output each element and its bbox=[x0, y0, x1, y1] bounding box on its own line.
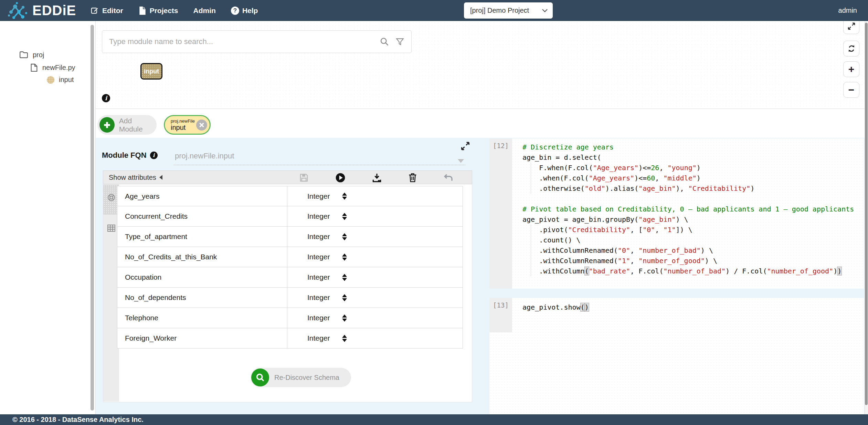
nav-item-label: Admin bbox=[193, 7, 216, 15]
delete-icon[interactable] bbox=[407, 172, 419, 184]
cell-prompt: [13] bbox=[491, 301, 511, 309]
attribute-row: No_of_dependentsInteger bbox=[117, 288, 463, 308]
attribute-type-value: Integer bbox=[307, 314, 330, 322]
attribute-name: No_of_dependents bbox=[117, 288, 287, 308]
nav-item-editor[interactable]: Editor bbox=[90, 6, 123, 15]
attribute-name: Foreign_Worker bbox=[117, 328, 287, 348]
fit-view-button[interactable] bbox=[843, 21, 859, 34]
canvas-info-icon[interactable]: i bbox=[102, 94, 110, 102]
attribute-type-select[interactable]: Integer bbox=[287, 328, 463, 348]
fqn-info-icon[interactable]: i bbox=[150, 152, 158, 159]
pencil-square-icon bbox=[90, 6, 99, 15]
nav-item-label: Projects bbox=[150, 7, 178, 15]
project-selector-value: [proj] Demo Project bbox=[470, 7, 529, 14]
select-arrows-icon bbox=[342, 294, 347, 301]
attribute-type-select[interactable]: Integer bbox=[287, 308, 463, 328]
download-icon[interactable] bbox=[371, 172, 383, 184]
module-tab-input[interactable]: proj.newFile input bbox=[164, 115, 211, 135]
nav-item-help[interactable]: ? Help bbox=[231, 7, 258, 15]
nav-item-label: Editor bbox=[102, 7, 123, 15]
plus-circle-icon bbox=[99, 117, 115, 133]
file-icon bbox=[30, 63, 38, 72]
brand-title: EDDiE bbox=[32, 3, 76, 18]
code-cell-13[interactable]: [13] age_pivot.show() +-------+---------… bbox=[489, 298, 864, 414]
rediscover-schema-label: Re-Discover Schema bbox=[274, 374, 339, 382]
sidebar-scrollbar[interactable] bbox=[91, 25, 94, 411]
file-icon bbox=[138, 6, 147, 15]
lifebuoy-icon[interactable] bbox=[107, 193, 116, 202]
tree-item-label: proj bbox=[33, 51, 44, 59]
table-grid-icon[interactable] bbox=[107, 224, 116, 232]
attribute-type-select[interactable]: Integer bbox=[287, 206, 463, 226]
attribute-name: No_of_Credits_at_this_Bank bbox=[117, 247, 287, 267]
navbar: EDDiE Editor Projects Admin ? Help bbox=[0, 0, 868, 21]
zoom-out-button[interactable]: − bbox=[843, 82, 859, 98]
rediscover-schema-button[interactable]: Re-Discover Schema bbox=[251, 368, 351, 387]
nav-item-admin[interactable]: Admin bbox=[193, 7, 216, 15]
sidebar-file-tree: proj newFile.py input bbox=[0, 21, 95, 414]
search-icon[interactable] bbox=[380, 37, 389, 46]
code-cell-12[interactable]: [12] # Discretize age yearsage_bin = d.s… bbox=[489, 138, 864, 289]
module-fqn-label: Module FQN i bbox=[102, 151, 158, 160]
attribute-type-select[interactable]: Integer bbox=[287, 288, 463, 308]
add-module-button[interactable]: Add Module bbox=[97, 115, 157, 135]
select-arrows-icon bbox=[342, 253, 347, 261]
refresh-button[interactable] bbox=[843, 41, 859, 56]
graph-node-input[interactable]: input bbox=[140, 63, 162, 80]
chevron-down-icon bbox=[542, 9, 548, 13]
attribute-row: OccupationInteger bbox=[117, 267, 463, 288]
attribute-row: No_of_Credits_at_this_BankInteger bbox=[117, 247, 463, 267]
nav-item-projects[interactable]: Projects bbox=[138, 6, 178, 15]
module-dot-icon bbox=[47, 76, 54, 84]
folder-icon bbox=[19, 51, 28, 59]
discover-search-icon bbox=[251, 369, 269, 386]
attributes-card: Age_yearsIntegerConcurrent_CreditsIntege… bbox=[103, 184, 472, 402]
app-root: EDDiE Editor Projects Admin ? Help bbox=[0, 0, 868, 425]
add-module-label: Add Module bbox=[119, 117, 157, 133]
attribute-type-value: Integer bbox=[307, 232, 330, 241]
attributes-toolbar: Show attributes bbox=[103, 170, 472, 184]
tree-item-newfile[interactable]: newFile.py bbox=[30, 63, 75, 72]
attribute-row: Type_of_apartmentInteger bbox=[117, 227, 463, 247]
attribute-name: Type_of_apartment bbox=[117, 227, 287, 247]
select-arrows-icon bbox=[342, 274, 347, 281]
attribute-type-value: Integer bbox=[307, 253, 330, 261]
save-icon[interactable] bbox=[298, 172, 310, 184]
attribute-type-select[interactable]: Integer bbox=[287, 227, 463, 247]
user-label[interactable]: admin bbox=[838, 0, 857, 21]
attribute-type-value: Integer bbox=[307, 293, 330, 302]
expand-panel-icon[interactable] bbox=[461, 141, 470, 151]
attribute-type-select[interactable]: Integer bbox=[287, 267, 463, 287]
code-editor[interactable]: age_pivot.show() bbox=[522, 302, 589, 312]
attribute-type-select[interactable]: Integer bbox=[287, 247, 463, 267]
attribute-name: Age_years bbox=[117, 186, 287, 206]
undo-icon[interactable] bbox=[443, 172, 454, 184]
tree-item-label: newFile.py bbox=[42, 64, 75, 72]
close-icon[interactable] bbox=[196, 120, 207, 131]
filter-funnel-icon[interactable] bbox=[395, 37, 404, 46]
run-icon[interactable] bbox=[335, 172, 346, 184]
tree-item-input[interactable]: input bbox=[47, 76, 74, 84]
zoom-in-button[interactable]: + bbox=[843, 61, 859, 77]
module-search-input[interactable] bbox=[102, 37, 380, 46]
code-editor[interactable]: # Discretize age yearsage_bin = d.select… bbox=[522, 142, 854, 276]
cell-gutter: [12] bbox=[489, 138, 512, 289]
module-canvas[interactable]: input i + − bbox=[96, 21, 865, 108]
brand[interactable]: EDDiE bbox=[8, 0, 76, 21]
attribute-name: Occupation bbox=[117, 267, 287, 287]
fqn-caret-icon[interactable] bbox=[458, 159, 464, 163]
project-selector[interactable]: [proj] Demo Project bbox=[464, 2, 553, 19]
show-attributes-toggle[interactable]: Show attributes bbox=[109, 171, 162, 184]
module-tab-namespace: proj.newFile bbox=[171, 118, 195, 124]
page-scrollbar-thumb[interactable] bbox=[865, 23, 868, 405]
module-tab-bar: Add Module proj.newFile input bbox=[96, 109, 868, 138]
tree-item-proj[interactable]: proj bbox=[19, 51, 44, 59]
module-fqn-value[interactable]: proj.newFile.input bbox=[175, 152, 234, 160]
select-arrows-icon bbox=[342, 193, 347, 200]
attribute-type-select[interactable]: Integer bbox=[287, 186, 463, 206]
attribute-row: TelephoneInteger bbox=[117, 308, 463, 328]
collapse-left-icon bbox=[159, 175, 162, 180]
fqn-underline bbox=[174, 165, 465, 165]
attribute-name: Concurrent_Credits bbox=[117, 206, 287, 226]
attribute-row: Foreign_WorkerInteger bbox=[117, 328, 463, 349]
